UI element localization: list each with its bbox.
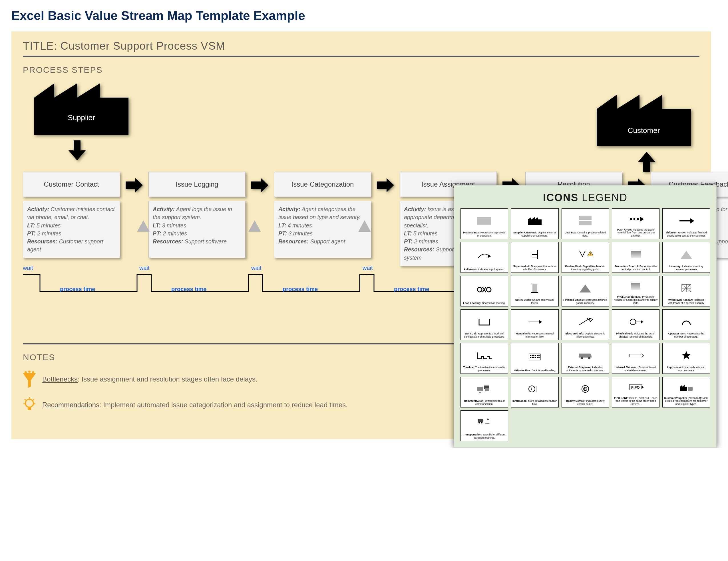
svg-marker-11 (358, 220, 371, 232)
svg-point-18 (25, 399, 33, 407)
legend-icon (577, 210, 594, 231)
legend-icon (577, 278, 594, 298)
legend-item: Load Leveling: Shows load leveling. (460, 276, 508, 306)
legend-label: Production Control: Represents the centr… (613, 265, 658, 271)
legend-item: Production Kanban: Production needed of … (612, 276, 659, 306)
inventory-triangle-icon (137, 220, 150, 232)
legend-label: Communication: Different forms of commun… (462, 399, 507, 405)
legend-label: Manual Info: Represents manual informati… (512, 332, 557, 338)
svg-rect-19 (28, 407, 31, 410)
svg-rect-67 (530, 357, 531, 358)
legend-label: Load Leveling: Shows load leveling. (463, 301, 505, 304)
svg-text:Q: Q (584, 388, 586, 391)
legend-item: Withdrawal Kanban: Indicates withdrawal … (662, 276, 710, 306)
push-arrow-icon (126, 178, 143, 192)
svg-rect-71 (537, 357, 538, 358)
svg-point-96 (478, 422, 480, 423)
svg-marker-6 (377, 178, 394, 192)
legend-label: Pull Arrow: Indicates a pull system. (464, 268, 505, 271)
supplier-label: Supplier (34, 113, 128, 122)
legend-icon (627, 311, 644, 332)
svg-rect-25 (477, 217, 491, 225)
svg-text:S: S (590, 252, 592, 256)
svg-rect-63 (533, 355, 534, 356)
title-value: Customer Support Process VSM (61, 40, 225, 52)
legend-icon (577, 311, 594, 332)
legend-item: iInformation: More detailed information … (511, 377, 559, 407)
svg-rect-52 (631, 283, 640, 290)
svg-point-75 (581, 357, 583, 359)
svg-line-21 (25, 399, 26, 400)
svg-rect-95 (478, 419, 483, 422)
push-arrow-icon (377, 178, 394, 192)
legend-label: Internal Shipment: Shows internal materi… (613, 366, 658, 372)
legend-icon (526, 210, 543, 231)
legend-item: Physical Pull: Indicates the act of phys… (612, 309, 659, 340)
legend-item: External Shipment: Indicates shipments t… (562, 343, 609, 374)
process-box: Issue Logging (148, 172, 246, 197)
svg-line-22 (33, 399, 34, 400)
process-step: Customer ContactActivity: Customer initi… (23, 172, 120, 266)
vsm-title: TITLE: Customer Support Process VSM (23, 40, 699, 52)
process-time-label: process time (171, 286, 206, 292)
legend-label: Inventory: Indicates inventory between p… (664, 265, 709, 271)
svg-marker-26 (528, 217, 542, 225)
legend-item: Process Box: Represents a process or ope… (460, 208, 508, 239)
legend-title: ICONS LEGEND (460, 192, 710, 204)
legend-item: Operator Icon: Represents the number of … (662, 309, 710, 340)
svg-rect-68 (532, 357, 533, 358)
legend-label: Kanban Post / Signal Kanban: An inventor… (563, 265, 608, 271)
arrow-down-icon (69, 140, 86, 160)
legend-icon (476, 379, 493, 399)
legend-icon (476, 311, 493, 332)
recommendations-label: Recommendations (42, 401, 99, 409)
legend-item: Internal Shipment: Shows internal materi… (612, 343, 659, 374)
svg-rect-28 (579, 221, 592, 225)
arrow-up-icon (638, 152, 655, 172)
svg-marker-79 (682, 351, 691, 359)
svg-marker-0 (34, 83, 128, 135)
svg-rect-73 (579, 353, 587, 357)
svg-marker-34 (690, 218, 694, 224)
legend-icon (577, 345, 594, 366)
inventory-triangle-icon (358, 220, 371, 232)
svg-rect-29 (630, 218, 632, 220)
customer-label: Customer (597, 126, 691, 135)
legend-icon (526, 311, 543, 332)
legend-label: Shipment Arrow: Indicates finished goods… (664, 231, 709, 237)
legend-label: Operator Icon: Represents the number of … (664, 332, 709, 338)
legend-icon (476, 278, 493, 301)
svg-rect-77 (630, 354, 641, 357)
svg-point-57 (630, 319, 636, 325)
svg-point-97 (481, 422, 482, 423)
svg-marker-56 (589, 318, 593, 321)
supplier-icon: Supplier (34, 81, 128, 136)
svg-rect-94 (688, 387, 693, 391)
svg-rect-48 (532, 284, 537, 292)
legend-icon (476, 412, 493, 433)
legend-label: Timeline: The timeline/time taken for pr… (462, 366, 507, 372)
legend-label: FIFO LANE: First-In, First-Out – each pa… (613, 397, 658, 405)
legend-label: Supermarket: Stockpoint that acts as a b… (512, 265, 557, 271)
svg-rect-62 (532, 355, 533, 356)
svg-marker-32 (640, 217, 644, 222)
svg-point-84 (529, 386, 535, 392)
svg-marker-14 (23, 373, 36, 388)
process-time-label: process time (60, 286, 95, 292)
legend-icon (526, 244, 543, 265)
svg-rect-81 (479, 392, 481, 393)
icons-legend: ICONS LEGEND Process Box: Represents a p… (454, 185, 717, 448)
legend-item: Pull Arrow: Indicates a pull system. (460, 242, 508, 273)
svg-marker-74 (587, 353, 592, 357)
legend-icon (476, 345, 493, 366)
svg-rect-61 (530, 355, 531, 356)
legend-grid: Process Box: Represents a process or ope… (460, 208, 710, 441)
legend-item: Shipment Arrow: Indicates finished goods… (662, 208, 710, 239)
process-box: Customer Contact (23, 172, 120, 197)
legend-item: QQuality Control: Indicates quality cont… (562, 377, 609, 407)
legend-label: Heijunka Box: Depicts load leveling. (514, 369, 556, 372)
svg-rect-72 (538, 357, 540, 358)
legend-label: Quality Control: Indicates quality contr… (563, 399, 608, 405)
process-steps-label: PROCESS STEPS (23, 65, 699, 75)
legend-icon (678, 311, 695, 332)
